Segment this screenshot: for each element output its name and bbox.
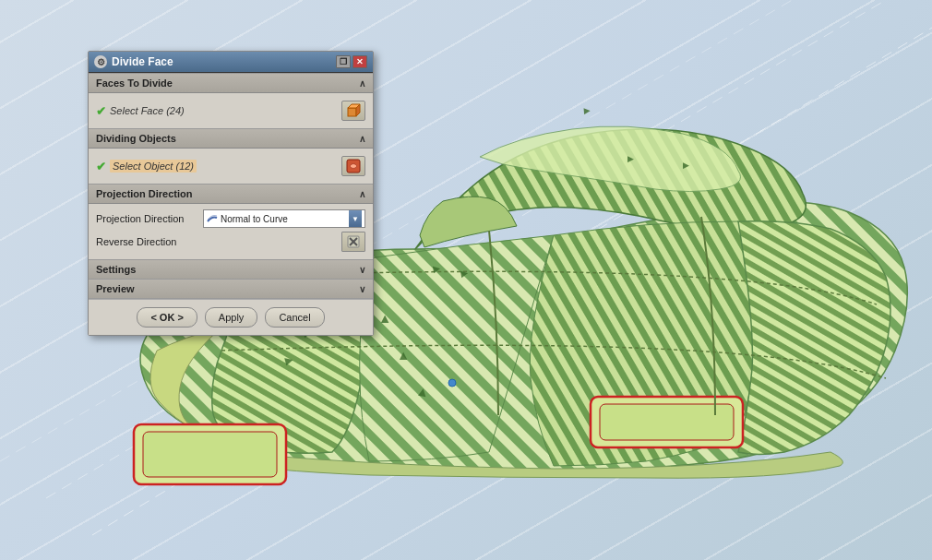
objects-select-label: ✔ Select Object (12) <box>96 160 197 173</box>
restore-button[interactable]: ❐ <box>336 55 351 68</box>
shape-icon <box>346 159 361 173</box>
gear-icon: ⚙ <box>94 55 107 68</box>
dialog-titlebar: ⚙ Divide Face ❐ ✕ <box>89 52 373 73</box>
titlebar-left: ⚙ Divide Face <box>94 55 173 68</box>
projection-direction-content: Projection Direction Normal to Curve ▼ R… <box>89 204 373 259</box>
reverse-direction-label: Reverse Direction <box>96 236 197 247</box>
proj-direction-row: Projection Direction Normal to Curve ▼ <box>96 208 365 230</box>
titlebar-controls: ❐ ✕ <box>336 55 367 68</box>
dropdown-arrow-icon: ▼ <box>349 210 362 227</box>
dividing-objects-label: Dividing Objects <box>96 133 176 144</box>
svg-point-27 <box>448 379 456 387</box>
dividing-collapse-icon: ∧ <box>359 134 365 144</box>
projection-direction-label: Projection Direction <box>96 188 193 199</box>
faces-to-divide-header[interactable]: Faces To Divide ∧ <box>89 73 373 93</box>
svg-rect-28 <box>348 108 356 116</box>
svg-text:▶: ▶ <box>683 161 689 170</box>
faces-check-icon: ✔ <box>96 104 106 118</box>
dividing-objects-content: ✔ Select Object (12) <box>89 149 373 184</box>
faces-select-row: ✔ Select Face (24) <box>96 98 365 124</box>
cancel-button[interactable]: Cancel <box>265 307 324 328</box>
svg-text:▶: ▶ <box>378 315 389 323</box>
svg-text:▶: ▶ <box>627 154 634 163</box>
settings-label: Settings <box>96 264 136 275</box>
faces-cube-button[interactable] <box>341 101 365 121</box>
divide-face-dialog: ⚙ Divide Face ❐ ✕ Faces To Divide ∧ ✔ Se… <box>88 51 374 336</box>
curve-icon <box>207 214 218 223</box>
ok-button[interactable]: < OK > <box>137 307 197 328</box>
objects-check-icon: ✔ <box>96 160 106 173</box>
svg-text:▶: ▶ <box>583 106 591 116</box>
apply-button[interactable]: Apply <box>205 307 258 328</box>
proj-direction-value: Normal to Curve <box>221 214 288 224</box>
preview-header[interactable]: Preview ∨ <box>89 279 373 299</box>
faces-select-label: ✔ Select Face (24) <box>96 104 185 118</box>
svg-rect-13 <box>143 432 277 477</box>
reverse-x-icon <box>347 235 360 248</box>
reverse-direction-button[interactable] <box>341 232 365 252</box>
reverse-direction-row: Reverse Direction <box>96 230 365 254</box>
objects-select-row: ✔ Select Object (12) <box>96 153 365 179</box>
faces-select-text: Select Face (24) <box>110 105 185 116</box>
svg-rect-15 <box>600 404 734 440</box>
dividing-objects-header[interactable]: Dividing Objects ∧ <box>89 128 373 149</box>
faces-to-divide-content: ✔ Select Face (24) <box>89 93 373 128</box>
svg-text:▶: ▶ <box>397 351 408 360</box>
faces-collapse-icon: ∧ <box>359 78 365 89</box>
preview-label: Preview <box>96 283 135 294</box>
cube-icon <box>346 103 361 118</box>
close-button[interactable]: ✕ <box>352 55 367 68</box>
settings-header[interactable]: Settings ∨ <box>89 259 373 279</box>
dialog-buttons: < OK > Apply Cancel <box>89 299 373 335</box>
proj-direction-dropdown[interactable]: Normal to Curve ▼ <box>203 209 365 228</box>
objects-shape-button[interactable] <box>341 156 365 176</box>
settings-collapse-icon: ∨ <box>359 265 365 275</box>
proj-direction-field-label: Projection Direction <box>96 213 197 224</box>
projection-collapse-icon: ∧ <box>359 189 365 199</box>
preview-collapse-icon: ∨ <box>359 284 365 294</box>
objects-select-text: Select Object (12) <box>110 160 197 173</box>
dialog-title: Divide Face <box>112 55 173 68</box>
projection-direction-header[interactable]: Projection Direction ∧ <box>89 184 373 204</box>
faces-to-divide-label: Faces To Divide <box>96 77 173 89</box>
